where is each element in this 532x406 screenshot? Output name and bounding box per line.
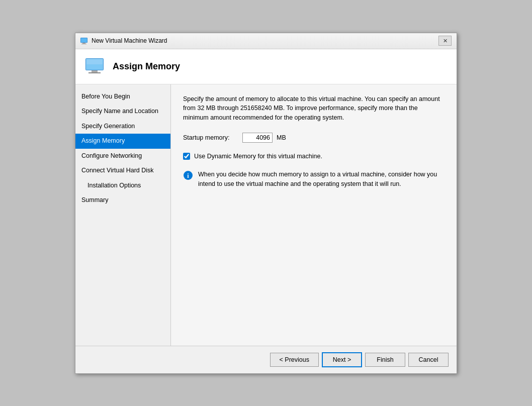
svg-rect-7 <box>88 72 101 73</box>
title-bar-controls: ✕ <box>438 36 452 46</box>
info-box: i When you decide how much memory to ass… <box>183 170 445 189</box>
memory-row: Startup memory: MB <box>183 133 445 143</box>
previous-button[interactable]: < Previous <box>270 353 319 367</box>
title-bar-text: New Virtual Machine Wizard <box>92 37 167 44</box>
memory-label: Startup memory: <box>183 134 238 141</box>
next-button[interactable]: Next > <box>322 352 362 367</box>
description-text: Specify the amount of memory to allocate… <box>183 94 445 123</box>
svg-rect-1 <box>81 38 87 42</box>
sidebar-item-configure-networking[interactable]: Configure Networking <box>75 149 170 164</box>
dynamic-memory-label[interactable]: Use Dynamic Memory for this virtual mach… <box>194 153 322 160</box>
sidebar: Before You Begin Specify Name and Locati… <box>75 84 171 346</box>
header-vm-icon <box>85 58 106 74</box>
info-icon: i <box>183 170 193 180</box>
sidebar-item-assign-memory[interactable]: Assign Memory <box>75 134 170 149</box>
cancel-button[interactable]: Cancel <box>408 353 449 367</box>
titlebar-icon <box>80 37 88 45</box>
svg-rect-2 <box>82 43 85 44</box>
header-title: Assign Memory <box>113 61 180 72</box>
dynamic-memory-checkbox[interactable] <box>183 153 190 160</box>
sidebar-item-specify-generation[interactable]: Specify Generation <box>75 119 170 134</box>
sidebar-item-name-location[interactable]: Specify Name and Location <box>75 104 170 119</box>
sidebar-item-installation-options[interactable]: Installation Options <box>75 178 170 193</box>
dynamic-memory-checkbox-row: Use Dynamic Memory for this virtual mach… <box>183 153 445 160</box>
title-bar-left: New Virtual Machine Wizard <box>80 37 167 45</box>
sidebar-item-summary[interactable]: Summary <box>75 193 170 208</box>
close-button[interactable]: ✕ <box>438 36 452 46</box>
memory-unit: MB <box>277 134 286 141</box>
footer: < Previous Next > Finish Cancel <box>75 346 457 373</box>
title-bar: New Virtual Machine Wizard ✕ <box>75 33 457 49</box>
wizard-window: New Virtual Machine Wizard ✕ Assign Memo… <box>75 33 457 374</box>
svg-rect-3 <box>81 44 86 44</box>
finish-button[interactable]: Finish <box>365 353 405 367</box>
sidebar-item-before-you-begin[interactable]: Before You Begin <box>75 89 170 105</box>
body-section: Before You Begin Specify Name and Locati… <box>75 84 457 346</box>
header-section: Assign Memory <box>75 49 457 84</box>
sidebar-item-connect-vhd[interactable]: Connect Virtual Hard Disk <box>75 163 170 178</box>
svg-rect-6 <box>92 70 98 72</box>
content-area: Specify the amount of memory to allocate… <box>171 84 457 346</box>
memory-input[interactable] <box>242 133 273 143</box>
svg-rect-8 <box>86 59 103 64</box>
info-text: When you decide how much memory to assig… <box>198 170 445 189</box>
